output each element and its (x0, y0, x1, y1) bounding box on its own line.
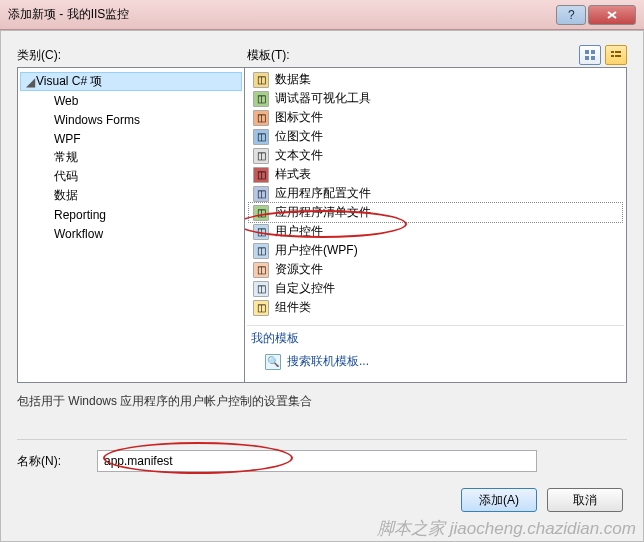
tree-item-wpf[interactable]: WPF (20, 129, 242, 148)
svg-rect-5 (585, 56, 589, 60)
window-title: 添加新项 - 我的IIS监控 (8, 6, 129, 23)
svg-rect-3 (585, 50, 589, 54)
svg-rect-10 (615, 55, 621, 57)
tree-item-web[interactable]: Web (20, 91, 242, 110)
template-label: 调试器可视化工具 (275, 90, 371, 107)
cfg-icon: ◫ (253, 186, 269, 202)
template-label: 样式表 (275, 166, 311, 183)
search-online-templates[interactable]: 🔍 搜索联机模板... (245, 351, 626, 376)
tree-item-code[interactable]: 代码 (20, 167, 242, 186)
tree-item-general[interactable]: 常规 (20, 148, 242, 167)
uc-icon: ◫ (253, 224, 269, 240)
res-icon: ◫ (253, 262, 269, 278)
template-item[interactable]: ◫图标文件 (249, 108, 622, 127)
svg-rect-8 (615, 51, 621, 53)
view-small-icons-button[interactable] (579, 45, 601, 65)
template-item[interactable]: ◫资源文件 (249, 260, 622, 279)
template-label: 数据集 (275, 71, 311, 88)
custom-icon: ◫ (253, 281, 269, 297)
template-item[interactable]: ◫数据集 (249, 70, 622, 89)
template-item[interactable]: ◫应用程序配置文件 (249, 184, 622, 203)
template-item[interactable]: ◫自定义控件 (249, 279, 622, 298)
template-label: 组件类 (275, 299, 311, 316)
expand-arrow-icon: ◢ (24, 75, 36, 89)
template-label: 自定义控件 (275, 280, 335, 297)
name-input[interactable] (97, 450, 537, 472)
txt-icon: ◫ (253, 148, 269, 164)
tree-root-label: Visual C# 项 (36, 73, 102, 90)
db-icon: ◫ (253, 72, 269, 88)
svg-rect-9 (611, 55, 614, 57)
template-label: 图标文件 (275, 109, 323, 126)
separator (17, 439, 627, 440)
bmp-icon: ◫ (253, 129, 269, 145)
template-item[interactable]: ◫用户控件 (249, 222, 622, 241)
template-item[interactable]: ◫调试器可视化工具 (249, 89, 622, 108)
svg-text:?: ? (568, 10, 575, 20)
template-label: 文本文件 (275, 147, 323, 164)
add-button[interactable]: 添加(A) (461, 488, 537, 512)
tree-item-workflow[interactable]: Workflow (20, 224, 242, 243)
categories-label: 类别(C): (17, 47, 247, 64)
templates-list[interactable]: ◫数据集◫调试器可视化工具◫图标文件◫位图文件◫文本文件◫样式表◫应用程序配置文… (245, 67, 627, 383)
close-button[interactable] (588, 5, 636, 25)
template-label: 用户控件 (275, 223, 323, 240)
dbg-icon: ◫ (253, 91, 269, 107)
my-templates-header: 我的模板 (247, 325, 624, 349)
template-item[interactable]: ◫用户控件(WPF) (249, 241, 622, 260)
template-item[interactable]: ◫样式表 (249, 165, 622, 184)
templates-label: 模板(T): (247, 47, 579, 64)
help-button[interactable]: ? (556, 5, 586, 25)
name-label: 名称(N): (17, 453, 97, 470)
svg-rect-4 (591, 50, 595, 54)
template-item[interactable]: ◫文本文件 (249, 146, 622, 165)
template-label: 用户控件(WPF) (275, 242, 358, 259)
uc-icon: ◫ (253, 243, 269, 259)
template-item[interactable]: ◫应用程序清单文件 (249, 203, 622, 222)
categories-tree[interactable]: ◢ Visual C# 项 Web Windows Forms WPF 常规 代… (17, 67, 245, 383)
view-list-button[interactable] (605, 45, 627, 65)
tree-item-winforms[interactable]: Windows Forms (20, 110, 242, 129)
description-text: 包括用于 Windows 应用程序的用户帐户控制的设置集合 (17, 393, 627, 425)
template-label: 位图文件 (275, 128, 323, 145)
search-icon: 🔍 (265, 354, 281, 370)
tree-item-reporting[interactable]: Reporting (20, 205, 242, 224)
svg-rect-6 (591, 56, 595, 60)
manifest-icon: ◫ (253, 205, 269, 221)
template-label: 资源文件 (275, 261, 323, 278)
tree-item-data[interactable]: 数据 (20, 186, 242, 205)
svg-rect-7 (611, 51, 614, 53)
title-bar: 添加新项 - 我的IIS监控 ? (0, 0, 644, 30)
chart-icon: ◫ (253, 110, 269, 126)
tree-root-visual-csharp[interactable]: ◢ Visual C# 项 (20, 72, 242, 91)
cancel-button[interactable]: 取消 (547, 488, 623, 512)
template-item[interactable]: ◫组件类 (249, 298, 622, 317)
template-label: 应用程序清单文件 (275, 204, 371, 221)
css-icon: ◫ (253, 167, 269, 183)
template-item[interactable]: ◫位图文件 (249, 127, 622, 146)
template-label: 应用程序配置文件 (275, 185, 371, 202)
asm-icon: ◫ (253, 300, 269, 316)
